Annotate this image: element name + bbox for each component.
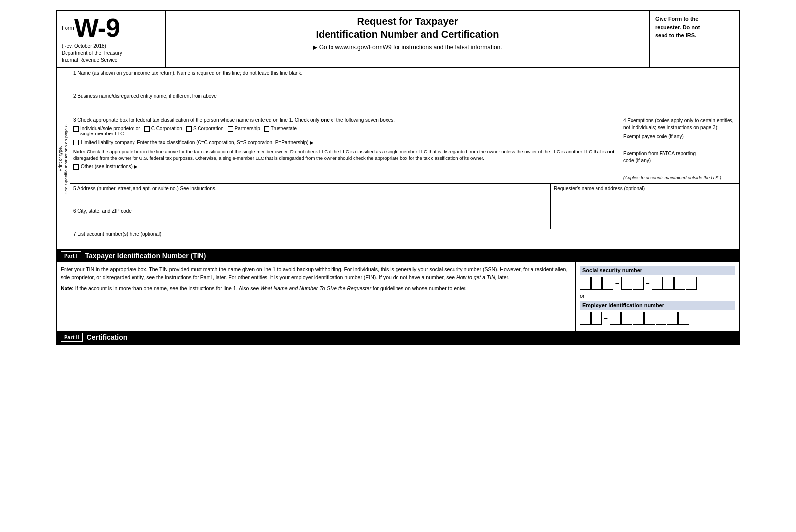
part2-title: Certification xyxy=(87,333,128,341)
part1-body: Enter your TIN in the appropriate box. T… xyxy=(57,262,739,331)
goto-text: ▶ Go to www.irs.gov/FormW9 for instructi… xyxy=(171,44,644,51)
note-label: Note: xyxy=(73,149,85,154)
check-individual-box[interactable] xyxy=(73,126,79,132)
requester-input[interactable] xyxy=(554,191,736,204)
line1-label: 1 Name (as shown on your income tax retu… xyxy=(70,68,739,77)
ssn-cell-8[interactable] xyxy=(674,277,685,290)
ein-cell-4[interactable] xyxy=(621,312,632,325)
header-left: Form W-9 (Rev. October 2018) Department … xyxy=(57,11,166,67)
title-line1: Request for Taxpayer xyxy=(171,15,644,28)
line1-input[interactable] xyxy=(70,77,739,91)
line7-input[interactable] xyxy=(73,237,736,247)
form-fields: 1 Name (as shown on your income tax retu… xyxy=(70,68,739,249)
llc-row: Limited liability company. Enter the tax… xyxy=(73,139,617,145)
ein-cell-9[interactable] xyxy=(678,312,689,325)
row34: 3 Check appropriate box for federal tax … xyxy=(70,114,739,184)
row5-row: 5 Address (number, street, and apt. or s… xyxy=(70,184,739,206)
check-trust-label: Trust/estate xyxy=(271,126,297,131)
ein-cell-6[interactable] xyxy=(644,312,655,325)
ein-group1 xyxy=(580,312,602,325)
check-s-corp-box[interactable] xyxy=(186,126,192,132)
ein-group2 xyxy=(610,312,689,325)
right-text-2: requester. Do not xyxy=(655,23,734,32)
form-number: W-9 xyxy=(74,15,120,41)
line2-label: 2 Business name/disregarded entity name,… xyxy=(70,91,739,100)
check-c-corp-box[interactable] xyxy=(144,126,150,132)
ssn-cell-3[interactable] xyxy=(602,277,613,290)
ssn-cell-5[interactable] xyxy=(633,277,644,290)
what-name: What Name and Number To Give the Request… xyxy=(260,285,371,291)
check-s-corp-label: S Corporation xyxy=(193,126,224,131)
check-partnership-box[interactable] xyxy=(228,126,233,132)
ssn-cell-6[interactable] xyxy=(652,277,663,290)
check-other-box[interactable] xyxy=(73,164,79,170)
ssn-cell-4[interactable] xyxy=(621,277,632,290)
ssn-cell-9[interactable] xyxy=(686,277,697,290)
part1-text: Enter your TIN in the appropriate box. T… xyxy=(61,266,571,282)
requester-label: Requester's name and address (optional) xyxy=(554,186,736,191)
dept-name: Department of the Treasury xyxy=(62,50,160,57)
check-partnership-label: Partnership xyxy=(235,126,260,131)
requester-addr-2[interactable] xyxy=(551,206,739,229)
llc-input[interactable] xyxy=(316,139,355,145)
ssn-group2 xyxy=(621,277,644,290)
fatca-input[interactable] xyxy=(623,165,736,172)
line5-field: 5 Address (number, street, and apt. or s… xyxy=(70,184,551,206)
line4-label: 4 Exemptions (codes apply only to certai… xyxy=(623,117,736,131)
ssn-cell-1[interactable] xyxy=(580,277,591,290)
part1-title: Taxpayer Identification Number (TIN) xyxy=(85,252,206,260)
line5-input[interactable] xyxy=(73,191,547,204)
check-individual-label: Individual/sole proprietor orsingle-memb… xyxy=(80,126,140,136)
part1-tin-boxes: Social security number – – xyxy=(576,262,739,331)
sideways-labels: Print or type. See Specific Instructions… xyxy=(57,68,70,249)
line7-row: 7 List account number(s) here (optional) xyxy=(70,229,739,249)
line6-input[interactable] xyxy=(73,214,547,227)
check-other-label: Other (see instructions) ▶ xyxy=(81,164,138,169)
how-get-tin: How to get a TIN, xyxy=(456,274,497,280)
ssn-group1 xyxy=(580,277,613,290)
ssn-cell-2[interactable] xyxy=(591,277,602,290)
check-trust-item: Trust/estate xyxy=(264,126,297,132)
note-text2: disregarded from the owner for U.S. fede… xyxy=(73,155,484,161)
rev-date: (Rev. October 2018) xyxy=(62,43,160,50)
form-body: Print or type. See Specific Instructions… xyxy=(57,68,739,249)
ein-cell-1[interactable] xyxy=(580,312,591,325)
note-not: not xyxy=(607,149,615,154)
sideways-print: Print or type. xyxy=(58,146,63,171)
exempt-payee-input[interactable] xyxy=(623,139,736,146)
check-trust-box[interactable] xyxy=(264,126,269,132)
ssn-label: Social security number xyxy=(580,266,735,275)
requester-field: Requester's name and address (optional) xyxy=(551,184,739,206)
check-individual-item: Individual/sole proprietor orsingle-memb… xyxy=(73,126,140,136)
ein-cell-8[interactable] xyxy=(667,312,678,325)
ssn-cell-7[interactable] xyxy=(663,277,674,290)
right-text-3: send to the IRS. xyxy=(655,31,734,40)
ssn-group3 xyxy=(652,277,697,290)
line2-input[interactable] xyxy=(70,100,739,114)
ein-cell-3[interactable] xyxy=(610,312,621,325)
form-label: Form xyxy=(62,25,74,31)
check-llc-box[interactable] xyxy=(73,140,79,145)
row6-row: 6 City, state, and ZIP code xyxy=(70,206,739,229)
line1-row: 1 Name (as shown on your income tax retu… xyxy=(70,68,739,91)
row4: 4 Exemptions (codes apply only to certai… xyxy=(620,114,739,183)
check-s-corp-item: S Corporation xyxy=(186,126,224,132)
sideways-see: See Specific Instructions on page 3. xyxy=(64,123,68,195)
ein-cell-7[interactable] xyxy=(656,312,666,325)
ein-cell-5[interactable] xyxy=(633,312,644,325)
title-line2: Identification Number and Certification xyxy=(171,28,644,41)
note-block: Note: Check the appropriate box in the l… xyxy=(73,148,617,162)
check-c-corp-item: C Corporation xyxy=(144,126,182,132)
part1-box: Part I xyxy=(61,251,81,260)
ein-cell-2[interactable] xyxy=(591,312,602,325)
ein-label: Employer identification number xyxy=(580,301,735,310)
part2-box: Part II xyxy=(61,333,83,342)
part1-header: Part I Taxpayer Identification Number (T… xyxy=(57,249,739,262)
note-text1: Check the appropriate box in the line ab… xyxy=(87,149,606,154)
ein-grid: – xyxy=(580,312,735,325)
line5-label: 5 Address (number, street, and apt. or s… xyxy=(73,186,547,191)
form-header: Form W-9 (Rev. October 2018) Department … xyxy=(57,11,739,68)
ssn-grid: – – xyxy=(580,277,735,290)
tax-classification-checkboxes: Individual/sole proprietor orsingle-memb… xyxy=(73,126,617,136)
fatca-note: (Applies to accounts maintained outside … xyxy=(623,175,736,180)
